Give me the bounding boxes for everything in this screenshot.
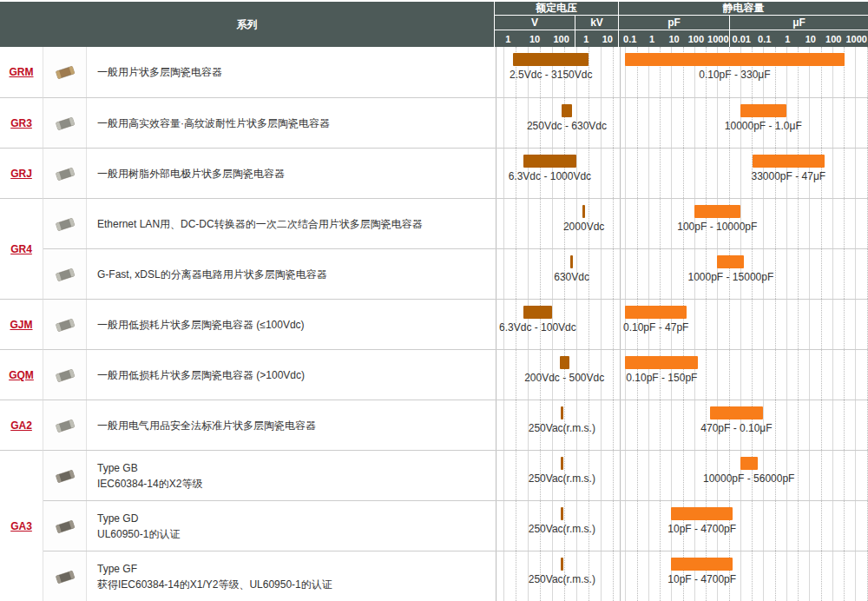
voltage-capacitance-divider <box>620 350 621 400</box>
capacitance-range-label: 0.10pF - 330μF <box>699 69 770 81</box>
capacitance-header-group: 静电容量 pF μF 0.1 1 10 100 1000 0.01 0.1 1 … <box>619 2 868 47</box>
half-decade-gridline <box>660 451 661 500</box>
decade-gridline <box>503 47 504 97</box>
half-decade-gridline <box>775 400 776 450</box>
decade-gridline <box>740 300 741 349</box>
series-link-gr3[interactable]: GR3 <box>10 117 32 129</box>
capacitance-range-label: 10000pF - 56000pF <box>703 472 794 485</box>
decade-gridline <box>601 551 602 601</box>
table-row: Type GBIEC60384-14的X2等级250Vac(r.m.s.)100… <box>43 450 868 500</box>
capacitance-range-bar <box>753 155 825 168</box>
series-cell: GQM <box>0 349 43 400</box>
half-decade-gridline <box>867 149 868 198</box>
description-cell: 一般用低损耗片状多层陶瓷电容器 (≤100Vdc) <box>87 300 496 349</box>
chart-cell: 250Vac(r.m.s.)10pF - 4700pF <box>496 551 868 601</box>
voltage-range-label: 2000Vdc <box>563 221 604 233</box>
voltage-range-label: 250Vdc - 630Vdc <box>527 120 607 132</box>
description-text: 一般用电气用品安全法标准片状多层陶瓷电容器 <box>97 418 487 433</box>
decade-gridline <box>763 199 764 248</box>
decade-gridline <box>671 249 672 299</box>
decade-gridline <box>671 400 672 450</box>
description-cell: 一般用片状多层陶瓷电容器 <box>87 47 496 97</box>
voltage-range-bar <box>523 155 577 168</box>
series-link-ga3[interactable]: GA3 <box>10 520 32 532</box>
voltage-capacitance-divider <box>620 501 621 551</box>
half-decade-gridline <box>613 451 614 500</box>
decade-gridline <box>763 551 764 601</box>
half-decade-gridline <box>516 350 516 400</box>
capacitance-range-bar <box>717 255 744 268</box>
half-decade-gridline <box>660 400 661 450</box>
half-decade-gridline <box>867 350 868 400</box>
half-decade-gridline <box>683 149 684 198</box>
voltage-range-label: 250Vac(r.m.s.) <box>529 523 595 535</box>
series-link-gjm[interactable]: GJM <box>10 319 32 331</box>
half-decade-gridline <box>637 249 638 299</box>
voltage-unit-v: V <box>495 16 575 30</box>
half-decade-gridline <box>844 249 845 299</box>
half-decade-gridline <box>798 501 799 551</box>
tick-label: 10 <box>522 34 549 44</box>
tick-label: 10 <box>597 34 619 44</box>
decade-gridline <box>648 98 649 148</box>
capacitance-range-bar <box>625 356 698 369</box>
description-cell: G-Fast, xDSL的分离器电路用片状多层陶瓷电容器 <box>87 249 496 299</box>
series-link-gqm[interactable]: GQM <box>9 369 34 381</box>
series-link-ga2[interactable]: GA2 <box>10 419 32 432</box>
capacitor-chip-icon <box>53 266 77 283</box>
voltage-capacitance-divider <box>620 47 621 97</box>
tick-label: 0.1 <box>619 34 641 44</box>
series-link-grj[interactable]: GRJ <box>10 168 32 180</box>
series-group: GRM一般用片状多层陶瓷电容器2.5Vdc - 3150Vdc0.10pF - … <box>0 47 868 97</box>
decade-gridline <box>740 149 741 198</box>
description-text: Ethernet LAN用、DC-DC转换器的一次二次结合用片状多层陶瓷电容器 <box>97 216 487 232</box>
series-table-body: GRM一般用片状多层陶瓷电容器2.5Vdc - 3150Vdc0.10pF - … <box>0 47 868 601</box>
series-rows: 一般用高实效容量·高纹波耐性片状多层陶瓷电容器250Vdc - 630Vdc10… <box>43 97 868 148</box>
series-link-grm[interactable]: GRM <box>10 66 34 78</box>
half-decade-gridline <box>706 300 707 349</box>
half-decade-gridline <box>683 98 684 148</box>
decade-gridline <box>809 300 810 349</box>
series-rows: 一般用电气用品安全法标准片状多层陶瓷电容器250Vac(r.m.s.)470pF… <box>43 400 868 450</box>
tick-label: 1000 <box>845 34 868 44</box>
half-decade-gridline <box>637 501 638 551</box>
half-decade-gridline <box>752 300 753 349</box>
decade-gridline <box>786 501 787 551</box>
description-text: Type GF <box>97 561 487 577</box>
decade-gridline <box>763 300 764 349</box>
tick-label: 1 <box>641 34 662 44</box>
decade-gridline <box>855 350 856 400</box>
decade-gridline <box>717 300 718 349</box>
half-decade-gridline <box>516 199 516 248</box>
tick-label: 1 <box>776 34 799 44</box>
chip-image-cell <box>43 350 87 400</box>
decade-gridline <box>809 451 810 500</box>
decade-gridline <box>503 98 504 148</box>
half-decade-gridline <box>775 249 776 299</box>
decade-gridline <box>717 98 718 148</box>
half-decade-gridline <box>613 300 614 349</box>
decade-gridline <box>763 501 764 551</box>
decade-gridline <box>832 300 833 349</box>
decade-gridline <box>809 501 810 551</box>
decade-gridline <box>648 199 649 248</box>
table-row: 一般用电气用品安全法标准片状多层陶瓷电容器250Vac(r.m.s.)470pF… <box>43 400 868 450</box>
half-decade-gridline <box>867 47 868 97</box>
voltage-ticks-kv: 1 10 <box>575 30 618 47</box>
series-link-gr4[interactable]: GR4 <box>10 243 32 255</box>
decade-gridline <box>855 451 856 500</box>
series-group: GJM一般用低损耗片状多层陶瓷电容器 (≤100Vdc)6.3Vdc - 100… <box>0 299 868 349</box>
table-row: G-Fast, xDSL的分离器电路用片状多层陶瓷电容器630Vdc1000pF… <box>43 248 868 299</box>
half-decade-gridline <box>660 149 661 198</box>
chart-cell: 250Vac(r.m.s.)470pF - 0.10μF <box>496 400 868 450</box>
capacitance-range-bar <box>710 406 764 419</box>
capacitance-range-bar <box>671 507 733 520</box>
half-decade-gridline <box>613 47 614 97</box>
half-decade-gridline <box>637 451 638 500</box>
voltage-capacitance-divider <box>620 149 621 198</box>
half-decade-gridline <box>867 199 868 248</box>
series-cell: GA2 <box>0 400 43 450</box>
table-row: Type GF获得IEC60384-14的X1/Y2等级、UL60950-1的认… <box>43 551 868 601</box>
series-rows: Type GBIEC60384-14的X2等级250Vac(r.m.s.)100… <box>43 450 868 601</box>
voltage-range-label: 2.5Vdc - 3150Vdc <box>510 69 592 81</box>
